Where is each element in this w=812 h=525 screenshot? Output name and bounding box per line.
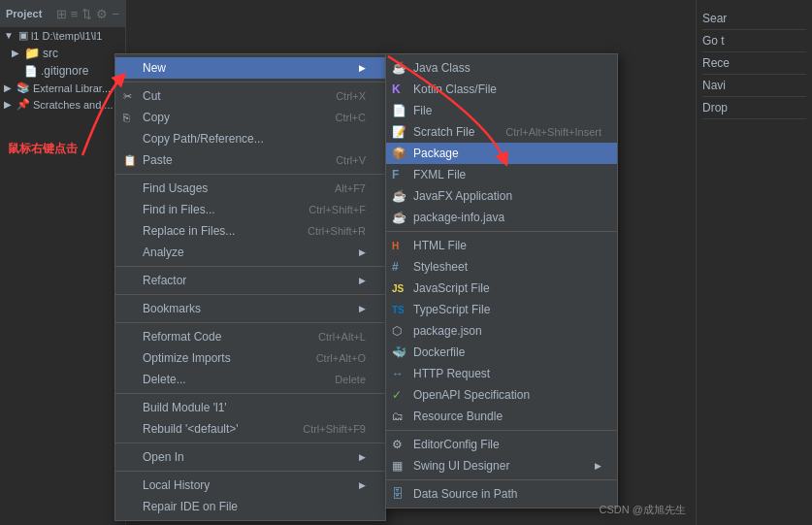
- submenu-item-packageinfo[interactable]: ☕ package-info.java: [386, 207, 617, 228]
- menu-item-openin[interactable]: Open In: [115, 446, 385, 468]
- menu-item-reformatcode-shortcut: Ctrl+Alt+L: [318, 331, 366, 343]
- menu-sep-5: [115, 322, 385, 323]
- menu-sep-8: [115, 471, 385, 472]
- submenu-item-stylesheet[interactable]: # Stylesheet: [386, 256, 617, 278]
- kotlin-file-icon: K: [392, 82, 401, 96]
- tree-item-gitignore[interactable]: 📄 .gitignore: [0, 62, 125, 80]
- menu-item-buildmodule[interactable]: Build Module 'l1': [115, 397, 385, 418]
- menu-item-cut-shortcut: Ctrl+X: [336, 90, 366, 102]
- submenu-sep-3: [386, 479, 617, 480]
- paste-icon: 📋: [123, 154, 137, 167]
- menu-item-findusages[interactable]: Find Usages Alt+F7: [115, 178, 385, 199]
- panel-icon-grid[interactable]: ⊞: [56, 7, 67, 21]
- menu-item-rebuild-label: Rebuild '<default>': [143, 422, 295, 436]
- panel-icon-settings[interactable]: ⚙: [96, 7, 108, 21]
- submenu-item-tsfile[interactable]: TS TypeScript File: [386, 299, 617, 320]
- menu-item-localhistory-label: Local History: [143, 478, 347, 492]
- right-panel-goto[interactable]: Go t: [702, 30, 806, 52]
- submenu-item-package[interactable]: 📦 Package: [386, 143, 617, 164]
- submenu-label-datasource: Data Source in Path: [413, 487, 601, 501]
- submenu-label-fxmlfile: FXML File: [413, 168, 601, 181]
- panel-icon-list[interactable]: ≡: [71, 7, 79, 21]
- menu-item-refactor-label: Refactor: [143, 274, 347, 287]
- right-panel-recent[interactable]: Rece: [702, 52, 806, 75]
- menu-item-copypath[interactable]: Copy Path/Reference...: [115, 128, 385, 149]
- submenu-new: ☕ Java Class K Kotlin Class/File 📄 File …: [385, 53, 618, 509]
- panel-header: Project ⊞ ≡ ⇅ ⚙ −: [0, 0, 125, 27]
- submenu-item-httprequest[interactable]: ↔ HTTP Request: [386, 363, 617, 384]
- datasource-icon: 🗄: [392, 487, 404, 501]
- tree-item-src[interactable]: ▶ 📁 src: [0, 44, 125, 62]
- menu-item-reformatcode[interactable]: Reformat Code Ctrl+Alt+L: [115, 326, 385, 347]
- module-icon: ▣: [18, 29, 28, 42]
- submenu-item-dockerfile[interactable]: 🐳 Dockerfile: [386, 342, 617, 363]
- panel-icon-sort[interactable]: ⇅: [81, 7, 92, 21]
- right-panel-navigate[interactable]: Navi: [702, 75, 806, 97]
- fxml-file-icon: F: [392, 168, 399, 181]
- submenu-item-scratchfile[interactable]: 📝 Scratch File Ctrl+Alt+Shift+Insert: [386, 121, 617, 143]
- tree-label-gitignore: .gitignore: [41, 64, 88, 78]
- menu-item-findinfiles-shortcut: Ctrl+Shift+F: [309, 204, 366, 215]
- menu-item-localhistory[interactable]: Local History: [115, 475, 385, 496]
- menu-item-delete[interactable]: Delete... Delete: [115, 369, 385, 390]
- folder-icon-src: 📁: [24, 46, 40, 60]
- submenu-item-htmlfile[interactable]: H HTML File: [386, 235, 617, 256]
- submenu-item-kotlinfile[interactable]: K Kotlin Class/File: [386, 79, 617, 100]
- menu-item-paste-shortcut: Ctrl+V: [336, 154, 366, 166]
- submenu-label-editorconfig: EditorConfig File: [413, 438, 601, 451]
- submenu-item-editorconfig[interactable]: ⚙ EditorConfig File: [386, 434, 617, 455]
- menu-item-copy[interactable]: ⎘ Copy Ctrl+C: [115, 107, 385, 128]
- tree-item-scratches[interactable]: ▶ 📌 Scratches and ...: [0, 96, 125, 113]
- menu-item-findinfiles[interactable]: Find in Files... Ctrl+Shift+F: [115, 199, 385, 220]
- submenu-item-swingui[interactable]: ▦ Swing UI Designer: [386, 455, 617, 476]
- java-class-icon: ☕: [392, 61, 406, 75]
- menu-item-repairide[interactable]: Repair IDE on File: [115, 496, 385, 517]
- context-menu: New ✂ Cut Ctrl+X ⎘ Copy Ctrl+C Copy Path…: [114, 53, 386, 521]
- csdn-watermark: CSDN @成旭先生: [600, 503, 686, 517]
- menu-sep-7: [115, 443, 385, 443]
- submenu-item-file[interactable]: 📄 File: [386, 100, 617, 121]
- swing-icon: ▦: [392, 459, 403, 473]
- right-panel-drop[interactable]: Drop: [702, 97, 806, 119]
- tree-item-extlib[interactable]: ▶ 📚 External Librar...: [0, 80, 125, 96]
- submenu-label-javafxapp: JavaFX Application: [413, 189, 601, 203]
- tree-label-src: src: [43, 47, 58, 60]
- file-icon: 📄: [392, 104, 406, 117]
- submenu-label-swingui: Swing UI Designer: [413, 459, 583, 473]
- dockerfile-icon: 🐳: [392, 345, 406, 359]
- menu-item-rebuild[interactable]: Rebuild '<default>' Ctrl+Shift+F9: [115, 418, 385, 440]
- menu-item-new-label: New: [143, 61, 347, 75]
- lib-icon-ext: 📚: [16, 82, 30, 94]
- submenu-item-javaclass[interactable]: ☕ Java Class: [386, 57, 617, 79]
- tree-arrow-scratches: ▶: [4, 99, 12, 110]
- menu-item-reformatcode-label: Reformat Code: [143, 330, 310, 344]
- submenu-item-datasource[interactable]: 🗄 Data Source in Path: [386, 483, 617, 505]
- lib-icon-scratch: 📌: [16, 98, 30, 111]
- tree-item-root[interactable]: ▼ ▣ l1 D:\temp\l1\l1: [0, 27, 125, 44]
- menu-item-analyze[interactable]: Analyze: [115, 242, 385, 263]
- menu-item-bookmarks[interactable]: Bookmarks: [115, 298, 385, 319]
- menu-item-cut[interactable]: ✂ Cut Ctrl+X: [115, 85, 385, 107]
- submenu-label-stylesheet: Stylesheet: [413, 260, 601, 274]
- menu-item-refactor[interactable]: Refactor: [115, 270, 385, 291]
- menu-item-new[interactable]: New: [115, 57, 385, 79]
- submenu-item-jsfile[interactable]: JS JavaScript File: [386, 278, 617, 299]
- menu-item-optimizeimports-label: Optimize Imports: [143, 351, 309, 365]
- menu-item-replaceinfiles[interactable]: Replace in Files... Ctrl+Shift+R: [115, 220, 385, 242]
- right-panel-search[interactable]: Sear: [702, 8, 806, 30]
- submenu-item-resourcebundle[interactable]: 🗂 Resource Bundle: [386, 406, 617, 427]
- menu-item-optimizeimports[interactable]: Optimize Imports Ctrl+Alt+O: [115, 347, 385, 369]
- submenu-label-openapi: OpenAPI Specification: [413, 388, 601, 402]
- submenu-item-packagejson[interactable]: ⬡ package.json: [386, 320, 617, 342]
- menu-item-replaceinfiles-shortcut: Ctrl+Shift+R: [308, 225, 366, 237]
- menu-item-buildmodule-label: Build Module 'l1': [143, 401, 366, 414]
- menu-item-copy-label: Copy: [143, 111, 328, 124]
- menu-item-findusages-label: Find Usages: [143, 181, 327, 195]
- menu-item-paste[interactable]: 📋 Paste Ctrl+V: [115, 149, 385, 171]
- submenu-item-javafxapp[interactable]: ☕ JavaFX Application: [386, 185, 617, 207]
- submenu-item-openapi[interactable]: ✓ OpenAPI Specification: [386, 384, 617, 406]
- submenu-sep-2: [386, 430, 617, 431]
- panel-icon-minimize[interactable]: −: [112, 7, 119, 21]
- packageinfo-icon: ☕: [392, 211, 406, 224]
- submenu-item-fxmlfile[interactable]: F FXML File: [386, 164, 617, 185]
